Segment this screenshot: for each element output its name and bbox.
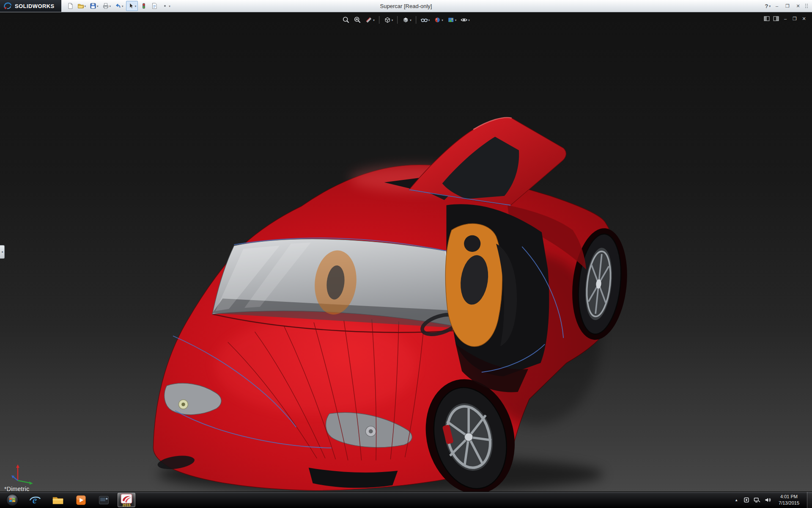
toolbar-options-icon[interactable] [804, 3, 809, 9]
edit-appearance-ball-icon [433, 16, 441, 24]
separator [416, 16, 416, 24]
split-pane-left-icon[interactable] [764, 16, 770, 21]
view-orientation-cube-icon [384, 16, 391, 24]
taskbar-solidworks-2015[interactable]: 2015 [118, 493, 135, 507]
save-floppy-icon [90, 3, 96, 9]
save-button[interactable]: ▾ [88, 1, 100, 11]
rebuild-button[interactable] [139, 1, 148, 11]
system-tray: ▲ 4:01 PM 7/13/2015 [733, 492, 812, 508]
zoom-to-fit-button[interactable] [341, 16, 351, 24]
view-settings-eye-icon [460, 16, 468, 24]
taskbar-screenshot-tool[interactable] [95, 493, 112, 507]
apply-scene-icon [447, 16, 455, 24]
caret-icon: ▾ [97, 5, 99, 8]
solidworks-year-badge: 2015 [123, 503, 131, 507]
options-button[interactable]: ▾ [160, 1, 172, 11]
view-orientation-label: *Dimetric [4, 486, 29, 491]
taskbar: e 2015 ▲ [0, 491, 812, 508]
taskbar-clock[interactable]: 4:01 PM 7/13/2015 [775, 494, 803, 506]
caret-icon: ▾ [468, 19, 470, 22]
internet-explorer-icon: e [29, 494, 41, 506]
apply-scene-button[interactable]: ▾ [446, 16, 458, 24]
screenshot-tool-icon [98, 494, 110, 506]
media-player-icon [75, 494, 87, 506]
tray-app-icon[interactable] [743, 497, 749, 503]
help-button[interactable]: ? ▾ [765, 3, 771, 9]
edit-appearance-button[interactable]: ▾ [433, 16, 444, 24]
file-properties-button[interactable] [150, 1, 159, 11]
caret-icon: ▾ [85, 5, 86, 8]
windshield[interactable] [212, 239, 468, 329]
windows-start-icon [6, 494, 19, 506]
separator [379, 16, 379, 24]
zoom-to-area-icon [354, 16, 361, 24]
section-view-button[interactable]: ▾ [364, 16, 376, 24]
restore-button[interactable]: ❐ [783, 2, 792, 10]
caret-icon: ▾ [135, 5, 137, 8]
standard-toolbar: ▾ ▾ ▾ ▾ [66, 1, 172, 11]
volume-icon[interactable] [765, 497, 771, 503]
caret-icon: ▾ [455, 19, 457, 22]
undo-icon [115, 3, 121, 9]
zoom-to-area-button[interactable] [353, 16, 362, 24]
folder-icon [52, 494, 64, 506]
graphics-viewport[interactable]: ▾ ▾ ▾ ▾ [0, 12, 812, 491]
open-folder-icon [77, 3, 84, 9]
zoom-to-fit-icon [342, 16, 350, 24]
titlebar-controls: ? ▾ – ❐ ✕ [765, 2, 812, 10]
rebuild-icon [140, 3, 147, 9]
network-icon[interactable] [754, 497, 760, 503]
caret-icon: ▾ [373, 19, 375, 22]
document-window-controls: – ❐ ✕ [764, 16, 807, 22]
caret-icon: ▾ [410, 19, 411, 22]
open-button[interactable]: ▾ [76, 1, 88, 11]
select-cursor-icon [128, 3, 134, 9]
show-hidden-icons-button[interactable]: ▲ [733, 498, 739, 502]
3ds-logo-icon [3, 2, 12, 10]
heads-up-view-toolbar: ▾ ▾ ▾ ▾ [341, 16, 471, 24]
doc-minimize-button[interactable]: – [782, 16, 788, 22]
show-desktop-button[interactable] [807, 492, 812, 508]
car-model-supercar[interactable] [0, 12, 812, 491]
clock-time: 4:01 PM [779, 494, 799, 500]
taskbar-media-player[interactable] [72, 493, 90, 507]
hide-show-items-button[interactable]: ▾ [420, 16, 431, 24]
solidworks-brand: SOLIDWORKS [0, 0, 61, 12]
separator [397, 16, 398, 24]
svg-text:e: e [33, 495, 37, 505]
start-button[interactable] [3, 493, 21, 507]
view-settings-button[interactable]: ▾ [459, 16, 471, 24]
select-button[interactable]: ▾ [126, 1, 138, 11]
titlebar: SOLIDWORKS ▾ ▾ [0, 0, 812, 12]
section-view-icon [365, 16, 373, 24]
help-icon: ? [765, 3, 768, 9]
new-document-icon [67, 3, 74, 9]
doc-close-button[interactable]: ✕ [801, 16, 807, 22]
reference-triad [11, 461, 36, 485]
doc-restore-button[interactable]: ❐ [792, 16, 798, 22]
options-gear-icon [162, 3, 168, 9]
view-orientation-button[interactable]: ▾ [383, 16, 394, 24]
hide-show-glasses-icon [420, 16, 428, 24]
solidworks-app-icon: 2015 [119, 494, 134, 507]
caret-icon: ▾ [392, 19, 393, 22]
caret-icon: ▾ [442, 19, 443, 22]
display-style-button[interactable]: ▾ [401, 16, 412, 24]
display-style-cube-icon [402, 16, 409, 24]
clock-date: 7/13/2015 [779, 500, 799, 506]
new-document-button[interactable] [66, 1, 75, 11]
brand-text: SOLIDWORKS [15, 3, 55, 9]
feature-pane-collapse-tab[interactable]: ◄ [0, 245, 5, 259]
print-icon [102, 3, 109, 9]
taskbar-internet-explorer[interactable]: e [26, 493, 44, 507]
minimize-button[interactable]: – [773, 2, 781, 10]
split-pane-right-icon[interactable] [773, 16, 779, 21]
caret-icon: ▾ [110, 5, 111, 8]
close-button[interactable]: ✕ [794, 2, 802, 10]
caret-icon: ▾ [122, 5, 123, 8]
print-button[interactable]: ▾ [101, 1, 112, 11]
open-door[interactable] [409, 118, 566, 205]
caret-icon: ▾ [169, 5, 170, 8]
undo-button[interactable]: ▾ [113, 1, 125, 11]
taskbar-file-explorer[interactable] [49, 493, 67, 507]
